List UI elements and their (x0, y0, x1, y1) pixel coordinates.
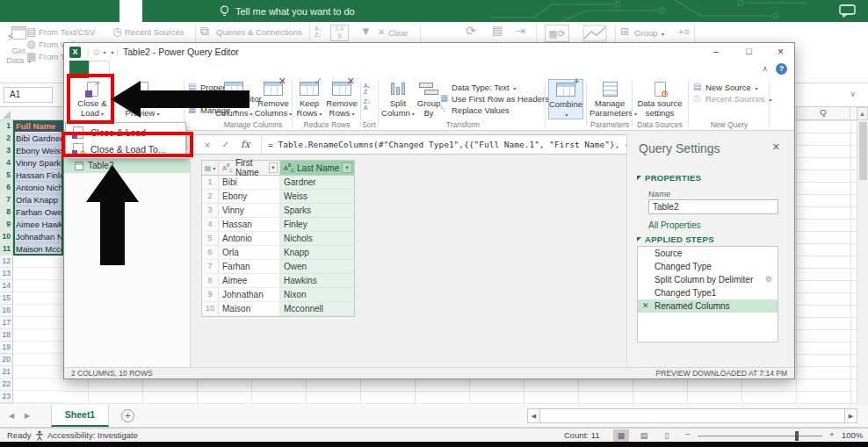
step-settings-gear-icon[interactable]: ⚙ (765, 273, 772, 286)
split-column-button[interactable]: Split Column▾ (381, 80, 415, 119)
worksheet-row[interactable]: 2 Bibi Gardner (0, 133, 63, 145)
pq-ribbon-tab[interactable] (89, 61, 110, 78)
zoom-level[interactable]: 100% (842, 430, 863, 440)
last-name-cell[interactable]: Sparks (280, 204, 354, 218)
sort-dialog-icon[interactable]: Z A⇅ (330, 25, 349, 41)
pq-ribbon-tab[interactable] (129, 61, 148, 78)
pq-ribbon-tab[interactable] (148, 61, 168, 78)
row-header[interactable]: 9 (0, 219, 13, 231)
cell-value[interactable]: Aimee Hawkins (13, 219, 63, 231)
cell-value[interactable] (13, 305, 63, 317)
recent-sources-pq-button[interactable]: Recent Sources ▾ (705, 93, 771, 105)
row-header[interactable]: 16 (0, 305, 13, 317)
row-header[interactable]: 17 (0, 317, 13, 329)
comment-icon[interactable] (839, 4, 856, 18)
row-header[interactable]: 5 (0, 169, 13, 182)
excel-ribbon-tab[interactable] (28, 0, 51, 22)
sheet-nav-left-icon[interactable]: ◀ (9, 412, 14, 420)
row-header[interactable]: 19 (0, 342, 13, 354)
accessibility-status-button[interactable]: Accessibility: Investigate (47, 430, 138, 440)
close-button[interactable]: × (778, 46, 784, 58)
combine-button[interactable]: + Combine ▾ (548, 79, 583, 119)
row-header[interactable]: 13 (0, 268, 13, 280)
sheet-tab-sheet1[interactable]: Sheet1 (51, 405, 109, 427)
row-header[interactable]: 8 (0, 206, 13, 219)
cell-value[interactable] (13, 329, 63, 342)
worksheet-row[interactable]: 3 Ebony Weiss (0, 145, 63, 157)
worksheet-row[interactable]: 4 Vinny Sparks (0, 157, 63, 169)
menu-item[interactable]: ⚙ Close & Load To... (67, 141, 184, 157)
row-header[interactable]: 21 (0, 366, 13, 379)
all-properties-link[interactable]: All Properties (648, 220, 700, 230)
worksheet-row[interactable]: 6 Antonio Nichols (0, 182, 63, 194)
row-header[interactable]: 12 (0, 256, 13, 268)
cell-value[interactable]: Ebony Weiss (13, 145, 63, 157)
column-header-last-name[interactable]: ABC Last Name ▼ (280, 161, 354, 175)
row-header[interactable]: 6 (0, 182, 13, 194)
row-number[interactable]: 6 (202, 246, 219, 260)
row-header[interactable]: 23 (0, 391, 13, 403)
choose-columns-button[interactable]: Choose Columns▾ (215, 80, 252, 119)
query-name-input[interactable] (648, 199, 778, 214)
sort-descending-icon[interactable]: Z↓A (364, 99, 370, 111)
filter-caret-icon[interactable]: ▼ (342, 162, 352, 173)
last-name-cell[interactable]: Weiss (280, 190, 354, 204)
worksheet-row[interactable]: 14 (0, 280, 63, 292)
group-by-button[interactable]: Group By (416, 80, 441, 118)
applied-step-item[interactable]: ✕ Split Column by Delimiter ⚙ (638, 273, 778, 286)
table-menu-button[interactable]: ▦▾ (202, 161, 219, 175)
worksheet-row[interactable]: 7 Orla Knapp (0, 194, 63, 206)
use-first-row-as-headers-button[interactable]: Use First Row as Headers ▾ (452, 93, 556, 105)
zoom-slider-thumb[interactable] (795, 431, 799, 441)
tell-me-box[interactable]: Tell me what you want to do (220, 0, 355, 22)
first-name-cell[interactable]: Orla (219, 246, 280, 260)
scroll-right-button[interactable]: ▶ (844, 408, 857, 423)
add-sheet-button[interactable]: + (121, 409, 134, 422)
collapse-ribbon-icon[interactable]: ∧ (762, 64, 768, 73)
worksheet-row[interactable]: 18 (0, 329, 63, 342)
row-number[interactable]: 7 (202, 260, 219, 274)
cell-value[interactable]: Farhan Owen (13, 206, 63, 219)
row-number[interactable]: 10 (202, 302, 219, 316)
cell-value[interactable] (13, 354, 63, 366)
edit-links-icon[interactable]: ⇥ (517, 25, 525, 36)
cell-value[interactable]: Orla Knapp (13, 194, 63, 206)
cell-value[interactable] (13, 379, 63, 391)
properties-section-header[interactable]: PROPERTIES (637, 173, 701, 183)
last-name-cell[interactable]: Hawkins (280, 274, 354, 288)
delete-step-icon[interactable]: ✕ (642, 299, 649, 313)
filter-icon[interactable]: ▼ (360, 26, 372, 37)
row-header[interactable]: 7 (0, 194, 13, 206)
row-header[interactable]: 2 (0, 133, 13, 145)
worksheet-row[interactable]: 16 (0, 305, 63, 317)
pq-ribbon-tab[interactable] (110, 61, 129, 78)
row-number[interactable]: 3 (202, 204, 219, 218)
row-number[interactable]: 4 (202, 218, 219, 232)
worksheet-row[interactable]: 12 (0, 256, 63, 268)
commit-formula-icon[interactable]: ✓ (221, 140, 228, 149)
worksheet-row[interactable]: 13 (0, 268, 63, 280)
quick-access-caret-icon[interactable]: ▾ (112, 49, 114, 55)
applied-step-item[interactable]: ✕ Source ⚙ (638, 247, 778, 260)
worksheet-row[interactable]: 8 Farhan Owen (0, 206, 63, 219)
worksheet-row[interactable]: 5 Hassan Finley (0, 169, 63, 182)
from-text-csv-button[interactable]: From Text/CSV (39, 27, 95, 37)
cell-value[interactable]: Full Name (13, 120, 63, 133)
row-header[interactable]: 1 (0, 120, 13, 133)
row-header[interactable]: 18 (0, 329, 13, 342)
last-name-cell[interactable]: Owen (280, 260, 354, 274)
vertical-scrollbar-thumb[interactable] (859, 122, 867, 180)
minimize-button[interactable]: – (713, 46, 719, 56)
excel-ribbon-tab[interactable] (74, 0, 97, 22)
last-name-cell[interactable]: Mcconnell (280, 302, 354, 316)
excel-ribbon-tab[interactable] (51, 0, 74, 22)
excel-ribbon-tab[interactable] (142, 0, 165, 22)
sort-asc-icon[interactable]: A↓Z↓ (315, 25, 322, 38)
cell-value[interactable] (13, 280, 63, 292)
applied-steps-section-header[interactable]: APPLIED STEPS (637, 234, 714, 244)
filter-caret-icon[interactable]: ▼ (269, 162, 278, 173)
keep-rows-button[interactable]: ✓ Keep Rows▾ (295, 80, 323, 119)
worksheet-row[interactable]: 10 Johnathan Nixon (0, 231, 63, 243)
worksheet-row[interactable]: 11 Maison Mcconnell (0, 243, 63, 256)
worksheet-row[interactable]: 23 (0, 391, 63, 403)
